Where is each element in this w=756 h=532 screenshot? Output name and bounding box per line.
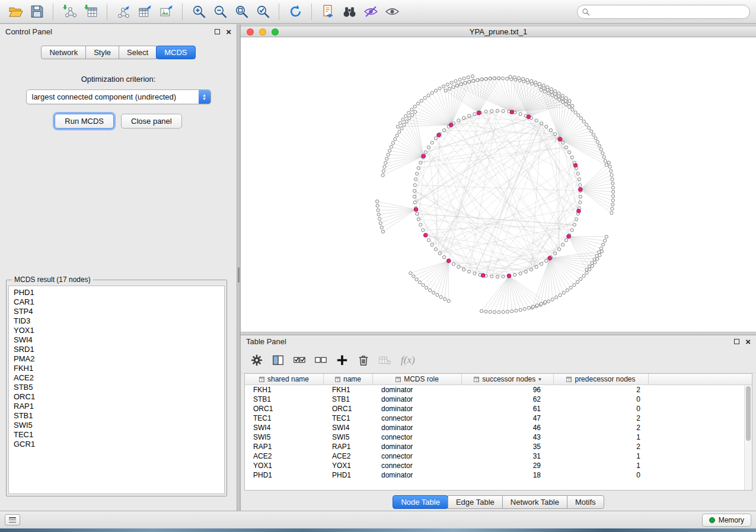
zoom-out-icon: [213, 4, 228, 19]
criterion-select[interactable]: largest connected component (undirected)…: [26, 89, 211, 104]
memory-label: Memory: [719, 516, 744, 524]
mcds-result-item[interactable]: PHD1: [9, 288, 224, 297]
mcds-result-item[interactable]: TID3: [9, 316, 224, 326]
table-cell: 31: [462, 452, 554, 460]
table-row[interactable]: ORC1ORC1dominator610: [245, 404, 744, 414]
tab-node-table[interactable]: Node Table: [393, 495, 448, 509]
close-table-panel-icon[interactable]: ×: [745, 339, 751, 344]
vertical-splitter[interactable]: [237, 24, 241, 511]
table-settings-gear-icon[interactable]: [250, 354, 263, 367]
tab-style[interactable]: Style: [85, 46, 119, 59]
close-panel-icon[interactable]: ×: [226, 29, 231, 34]
memory-button[interactable]: Memory: [702, 514, 751, 527]
table-row[interactable]: ACE2ACE2connector311: [245, 451, 744, 461]
zoom-selected-button[interactable]: [253, 2, 272, 21]
mcds-result-item[interactable]: GCR1: [9, 440, 224, 449]
import-network-button[interactable]: [60, 2, 79, 21]
close-panel-button[interactable]: Close panel: [121, 114, 182, 129]
scrollbar-thumb[interactable]: [746, 386, 751, 441]
mcds-result-item[interactable]: STB5: [9, 383, 224, 392]
mcds-result-item[interactable]: PMA2: [9, 354, 224, 364]
float-table-panel-icon[interactable]: [734, 339, 739, 344]
mcds-result-item[interactable]: YOX1: [9, 326, 224, 335]
tab-network-table[interactable]: Network Table: [502, 495, 567, 509]
export-table-button[interactable]: [135, 2, 154, 21]
mcds-result-item[interactable]: TEC1: [9, 430, 224, 440]
float-panel-icon[interactable]: [215, 29, 220, 34]
network-canvas[interactable]: [241, 37, 756, 332]
hide-graphics-details-button[interactable]: [361, 2, 380, 21]
optimization-criterion-label: Optimization criterion:: [0, 75, 237, 84]
mcds-result-item[interactable]: ACE2: [9, 373, 224, 383]
column-header-predecessor-nodes[interactable]: predecessor nodes: [554, 374, 649, 384]
delete-column-trash-icon[interactable]: [357, 354, 370, 367]
import-table-button[interactable]: [81, 2, 100, 21]
table-row[interactable]: SWI4SWI4dominator462: [245, 423, 744, 432]
export-network-button[interactable]: [114, 2, 133, 21]
tab-edge-table[interactable]: Edge Table: [448, 495, 503, 509]
column-header-name[interactable]: name: [324, 374, 373, 384]
show-graphics-details-button[interactable]: [382, 2, 401, 21]
table-row[interactable]: STB1STB1dominator620: [245, 395, 744, 404]
clone-network-button[interactable]: [318, 2, 337, 21]
minimize-window-icon[interactable]: [259, 28, 266, 36]
table-row[interactable]: SWI5SWI5connector431: [245, 432, 744, 442]
column-header-shared-name[interactable]: shared name: [245, 374, 324, 384]
create-column-plus-icon[interactable]: [336, 354, 349, 367]
toolbar-separator: [311, 4, 312, 20]
table-row[interactable]: YOX1YOX1connector291: [245, 461, 744, 470]
mcds-result-group: MCDS result (17 nodes) PHD1CAR1STP4TID3Y…: [6, 275, 227, 496]
network-window-title: YPA_prune.txt_1: [470, 27, 527, 36]
table-cell: SWI4: [324, 424, 373, 432]
export-image-button[interactable]: [157, 2, 176, 21]
table-cell: 62: [462, 395, 554, 403]
show-columns-icon[interactable]: [272, 354, 285, 367]
column-header-MCDS-role[interactable]: MCDS role: [373, 374, 462, 384]
mcds-result-item[interactable]: FKH1: [9, 364, 224, 373]
tab-select[interactable]: Select: [119, 46, 157, 59]
function-builder-icon: f(x): [401, 354, 415, 366]
mcds-result-list[interactable]: PHD1CAR1STP4TID3YOX1SWI4SRD1PMA2FKH1ACE2…: [8, 286, 225, 494]
mcds-result-item[interactable]: ORC1: [9, 392, 224, 402]
close-window-icon[interactable]: [247, 28, 254, 36]
table-row[interactable]: FKH1FKH1dominator962: [245, 385, 744, 395]
tab-motifs[interactable]: Motifs: [567, 495, 604, 509]
column-header-successor-nodes[interactable]: successor nodes▾: [462, 374, 554, 384]
run-mcds-button[interactable]: Run MCDS: [55, 114, 114, 129]
network-view[interactable]: [241, 37, 756, 332]
export-network-icon: [116, 4, 131, 19]
table-row[interactable]: PHD1PHD1dominator180: [245, 470, 744, 480]
mcds-result-item[interactable]: STP4: [9, 307, 224, 316]
maximize-window-icon[interactable]: [272, 28, 279, 36]
mcds-result-item[interactable]: SWI4: [9, 335, 224, 345]
mcds-result-item[interactable]: SRD1: [9, 345, 224, 354]
table-row[interactable]: RAP1RAP1dominator352: [245, 442, 744, 451]
tab-network[interactable]: Network: [41, 46, 86, 59]
zoom-in-button[interactable]: [189, 2, 208, 21]
mcds-result-item[interactable]: CAR1: [9, 297, 224, 307]
table-scrollbar[interactable]: [744, 385, 752, 490]
table-cell: FKH1: [245, 386, 324, 394]
zoom-out-button[interactable]: [210, 2, 229, 21]
zoom-fit-button[interactable]: [232, 2, 251, 21]
sort-indicator-icon[interactable]: ▾: [538, 376, 541, 382]
search-input[interactable]: [577, 5, 750, 19]
mcds-result-item[interactable]: RAP1: [9, 402, 224, 411]
open-session-button[interactable]: [6, 2, 25, 21]
unselect-all-columns-icon[interactable]: [314, 354, 327, 367]
table-cell: YOX1: [324, 462, 373, 470]
save-session-button[interactable]: [27, 2, 46, 21]
refresh-icon: [288, 4, 303, 19]
table-cell: 29: [462, 462, 554, 470]
find-button[interactable]: [340, 2, 359, 21]
table-row[interactable]: TEC1TEC1connector472: [245, 414, 744, 423]
control-panel: Control Panel × NetworkStyleSelectMCDS O…: [0, 24, 237, 511]
mcds-result-item[interactable]: SWI5: [9, 421, 224, 430]
splitter-grip[interactable]: [238, 267, 240, 283]
network-window-titlebar[interactable]: YPA_prune.txt_1: [241, 27, 756, 37]
tab-mcds[interactable]: MCDS: [156, 46, 195, 59]
log-console-button[interactable]: [5, 514, 20, 525]
select-all-columns-icon[interactable]: [293, 354, 306, 367]
refresh-button[interactable]: [286, 2, 305, 21]
mcds-result-item[interactable]: STB1: [9, 411, 224, 421]
